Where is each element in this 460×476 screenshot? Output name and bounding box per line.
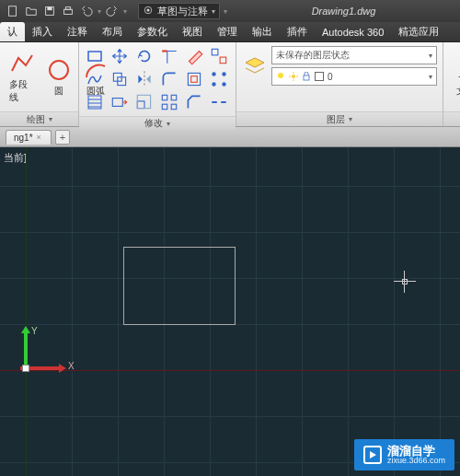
svg-point-19	[222, 82, 225, 86]
hatch-icon[interactable]	[85, 92, 105, 112]
break-icon[interactable]	[208, 92, 230, 112]
ribbon-tabs: 认 插入 注释 布局 参数化 视图 管理 输出 插件 Autodesk 360 …	[0, 22, 460, 42]
ucs-origin	[22, 365, 29, 372]
move-icon[interactable]	[109, 46, 131, 66]
chamfer-icon[interactable]	[183, 92, 205, 112]
drawn-rectangle[interactable]	[123, 247, 236, 325]
svg-rect-26	[171, 104, 177, 110]
tab-manage[interactable]: 管理	[210, 22, 245, 41]
circle-icon	[46, 57, 72, 83]
trim-icon[interactable]	[158, 46, 180, 66]
tab-autodesk360[interactable]: Autodesk 360	[315, 22, 391, 41]
ucs-x-label: X	[68, 361, 75, 371]
play-icon	[363, 446, 382, 464]
crosshair-cursor	[394, 271, 416, 293]
copy-icon[interactable]	[109, 69, 131, 89]
workspace-label: 草图与注释	[157, 5, 208, 18]
save-icon[interactable]	[42, 4, 57, 18]
layer-state-label: 未保存的图层状态	[276, 49, 350, 62]
layers-icon	[242, 53, 268, 79]
watermark-sub: zixue.3d66.com	[387, 457, 445, 465]
svg-point-17	[222, 72, 225, 75]
svg-rect-4	[65, 7, 70, 10]
title-bar: ▾ ▾ 草图与注释 ▾ ▾ Drawing1.dwg	[0, 0, 460, 22]
svg-rect-8	[88, 52, 101, 61]
svg-rect-25	[162, 104, 167, 110]
svg-rect-3	[64, 9, 73, 14]
layer-state-dropdown[interactable]: 未保存的图层状态 ▾	[271, 46, 437, 64]
panel-annotate-title[interactable]: 注释	[443, 111, 460, 126]
document-tab-label: ng1*	[14, 133, 33, 143]
drawing-canvas[interactable]: 当前] X Y 溜溜自学 zixue.3d66.com	[0, 147, 460, 476]
svg-rect-29	[304, 75, 309, 80]
panel-modify: 修改	[79, 42, 236, 126]
panel-draw-title[interactable]: 绘图	[0, 111, 78, 126]
offset-icon[interactable]	[183, 69, 205, 89]
new-tab-button[interactable]: +	[55, 130, 70, 145]
lock-icon	[302, 72, 311, 81]
svg-point-18	[212, 82, 215, 86]
svg-rect-15	[191, 76, 198, 83]
document-tabs: ng1* × +	[0, 127, 460, 147]
ucs-y-label: Y	[31, 326, 38, 336]
array-icon[interactable]	[208, 69, 230, 89]
tab-default[interactable]: 认	[0, 22, 25, 41]
panel-annotate: A 文字 注释	[443, 42, 460, 126]
tab-annotate[interactable]: 注释	[60, 22, 95, 41]
undo-icon[interactable]	[79, 4, 94, 18]
redo-icon[interactable]	[105, 4, 120, 18]
ribbon: 多段线 圆 圆弧 绘图	[0, 42, 460, 127]
panel-layer: 未保存的图层状态 ▾ 0 ▾ 图层	[236, 42, 443, 126]
tab-output[interactable]: 输出	[245, 22, 280, 41]
tab-insert[interactable]: 插入	[25, 22, 60, 41]
fillet-icon[interactable]	[158, 69, 180, 89]
undo-dropdown-icon[interactable]: ▾	[98, 7, 101, 16]
erase-icon[interactable]	[183, 46, 205, 66]
chevron-down-icon: ▾	[429, 73, 432, 81]
rotate-icon[interactable]	[133, 46, 155, 66]
svg-rect-10	[212, 49, 218, 55]
watermark: 溜溜自学 zixue.3d66.com	[354, 439, 454, 470]
svg-point-27	[278, 73, 283, 78]
text-button[interactable]: A 文字	[449, 55, 460, 99]
svg-point-28	[292, 75, 295, 78]
polyline-button[interactable]: 多段线	[6, 49, 39, 106]
tab-plugins[interactable]: 插件	[280, 22, 315, 41]
document-tab[interactable]: ng1* ×	[6, 130, 52, 145]
workspace-dropdown[interactable]: 草图与注释 ▾	[138, 3, 220, 19]
viewport-label: 当前]	[4, 151, 27, 165]
panel-modify-title[interactable]: 修改	[79, 116, 236, 130]
svg-rect-11	[220, 57, 226, 64]
print-icon[interactable]	[61, 4, 75, 18]
tab-view[interactable]: 视图	[175, 22, 210, 41]
mirror-icon[interactable]	[133, 69, 155, 89]
tab-layout[interactable]: 布局	[95, 22, 130, 41]
chevron-down-icon: ▾	[212, 7, 215, 16]
polyline-icon	[9, 51, 35, 76]
svg-rect-14	[188, 73, 200, 85]
y-axis-line	[26, 147, 27, 476]
scale-icon[interactable]	[133, 92, 155, 112]
redo-dropdown-icon[interactable]: ▾	[123, 7, 127, 16]
current-layer-name: 0	[328, 72, 333, 82]
stretch-icon[interactable]	[109, 92, 131, 112]
tab-featured[interactable]: 精选应用	[391, 22, 446, 41]
layer-properties-button[interactable]	[242, 53, 268, 79]
text-icon: A	[453, 57, 460, 83]
panel-draw: 多段线 圆 圆弧 绘图	[0, 42, 79, 126]
open-icon[interactable]	[24, 4, 39, 18]
circle-button[interactable]: 圆	[42, 55, 75, 99]
panel-layer-title[interactable]: 图层	[236, 111, 443, 126]
spline-icon[interactable]	[85, 69, 105, 89]
rect-array-icon[interactable]	[158, 92, 180, 112]
tab-parametric[interactable]: 参数化	[130, 22, 175, 41]
explode-icon[interactable]	[208, 46, 230, 66]
modify-tools	[109, 46, 230, 112]
rectangle-icon[interactable]	[85, 46, 105, 66]
svg-rect-23	[162, 95, 167, 100]
document-title: Drawing1.dwg	[227, 6, 460, 17]
layer-color-swatch	[315, 72, 324, 81]
current-layer-dropdown[interactable]: 0 ▾	[271, 67, 437, 86]
new-icon[interactable]	[6, 4, 20, 18]
close-tab-icon[interactable]: ×	[37, 133, 41, 142]
